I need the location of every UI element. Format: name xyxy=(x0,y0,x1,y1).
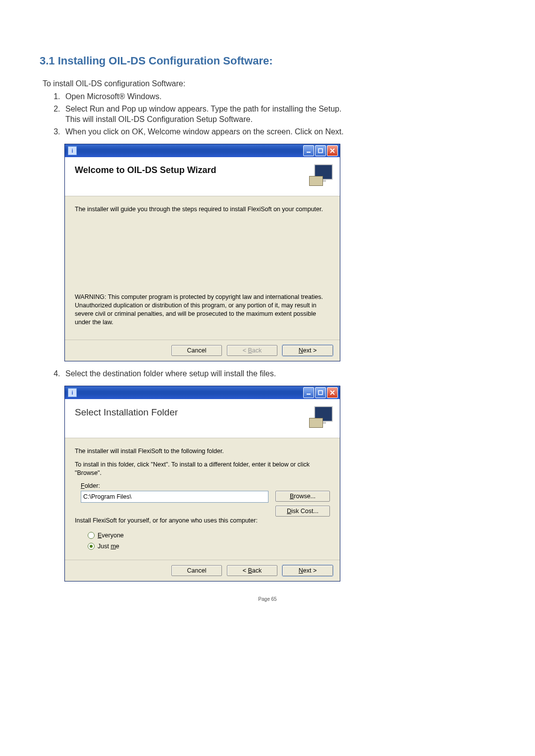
body-text-1: The installer will install FlexiSoft to … xyxy=(75,447,330,456)
steps-list-2: Select the destination folder where setu… xyxy=(62,368,495,379)
banner: Select Installation Folder xyxy=(65,399,340,438)
banner-title: Select Installation Folder xyxy=(75,407,178,418)
button-bar: Cancel < Back Next > xyxy=(65,560,340,581)
section-heading: 3.1 Installing OIL-DS Configuration Soft… xyxy=(40,55,495,67)
body-text-1: The installer will guide you through the… xyxy=(75,205,330,214)
installer-logo-icon xyxy=(309,162,334,186)
next-button[interactable]: Next > xyxy=(282,565,333,576)
close-button[interactable] xyxy=(327,145,338,156)
install-for-question: Install FlexiSoft for yourself, or for a… xyxy=(75,517,330,525)
disk-cost-button[interactable]: Disk Cost... xyxy=(275,506,330,517)
step-2-line2: This will install OIL-DS Configuration S… xyxy=(65,114,495,125)
close-button[interactable] xyxy=(327,387,338,398)
steps-list: Open Microsoft® Windows. Select Run and … xyxy=(62,91,495,137)
step-3: When you click on OK, Welcome window app… xyxy=(62,126,495,137)
body-text-2: To install in this folder, click "Next".… xyxy=(75,461,330,477)
back-button: < Back xyxy=(227,345,277,356)
step-2: Select Run and Pop up window appears. Ty… xyxy=(62,104,495,125)
svg-rect-3 xyxy=(319,391,322,395)
welcome-dialog: i Welcome to OIL-DS Setup Wizard The ins… xyxy=(64,144,340,361)
step-2-line1: Select Run and Pop up window appears. Ty… xyxy=(65,104,495,115)
app-icon: i xyxy=(68,146,77,155)
page-number: Page 65 xyxy=(40,596,495,602)
dialog-body: The installer will guide you through the… xyxy=(65,196,340,339)
next-button[interactable]: Next > xyxy=(282,345,333,356)
maximize-button[interactable] xyxy=(315,145,326,156)
folder-label: Folder: xyxy=(81,482,330,489)
app-icon: i xyxy=(68,388,77,397)
radio-just-me[interactable]: Just me xyxy=(88,543,330,550)
step-1: Open Microsoft® Windows. xyxy=(62,91,495,102)
install-for-radio-group: Everyone Just me xyxy=(88,532,330,550)
minimize-button[interactable] xyxy=(303,145,314,156)
cancel-button[interactable]: Cancel xyxy=(171,565,222,576)
folder-input[interactable] xyxy=(81,491,268,503)
banner: Welcome to OIL-DS Setup Wizard xyxy=(65,157,340,196)
browse-button[interactable]: Browse... xyxy=(275,491,330,502)
installer-logo-icon xyxy=(309,404,334,428)
cancel-button[interactable]: Cancel xyxy=(171,345,222,356)
titlebar: i xyxy=(65,144,340,157)
radio-icon xyxy=(88,532,95,539)
banner-title: Welcome to OIL-DS Setup Wizard xyxy=(75,165,216,175)
radio-everyone[interactable]: Everyone xyxy=(88,532,330,539)
dialog-body: The installer will install FlexiSoft to … xyxy=(65,438,340,560)
maximize-button[interactable] xyxy=(315,387,326,398)
select-folder-dialog: i Select Installation Folder The install… xyxy=(64,386,340,582)
radio-icon xyxy=(88,543,95,550)
step-4: Select the destination folder where setu… xyxy=(62,368,495,379)
titlebar: i xyxy=(65,386,340,399)
intro-text: To install OIL-DS configuration Software… xyxy=(43,79,495,88)
minimize-button[interactable] xyxy=(303,387,314,398)
back-button[interactable]: < Back xyxy=(227,565,277,576)
svg-rect-1 xyxy=(319,149,322,153)
warning-text: WARNING: This computer program is protec… xyxy=(75,293,330,327)
button-bar: Cancel < Back Next > xyxy=(65,340,340,361)
svg-rect-0 xyxy=(307,152,311,153)
svg-rect-2 xyxy=(307,394,311,395)
